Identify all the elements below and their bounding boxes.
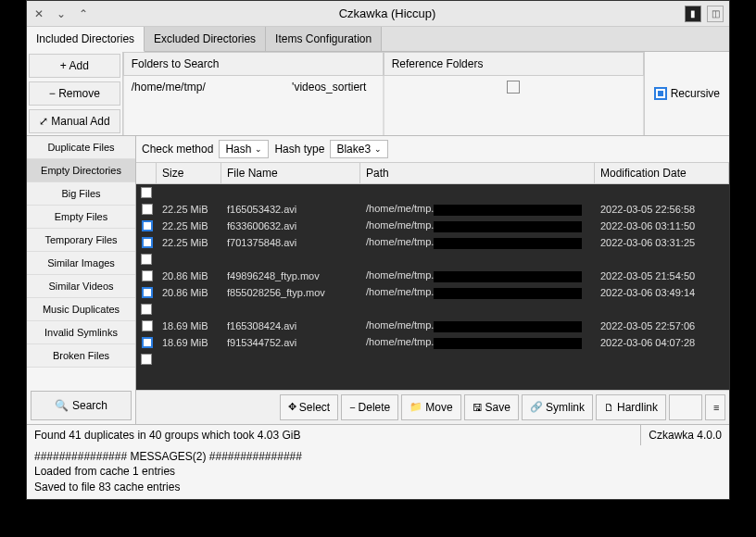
remove-button[interactable]: − Remove xyxy=(29,81,120,106)
recursive-label: Recursive xyxy=(671,87,720,100)
group-checkbox[interactable] xyxy=(141,354,152,365)
maximize-icon[interactable]: ⌃ xyxy=(77,7,90,20)
move-button[interactable]: 📁 Move xyxy=(401,394,460,420)
group-checkbox[interactable] xyxy=(141,304,152,315)
sidebar-item-empty-directories[interactable]: Empty Directories xyxy=(27,159,135,182)
sidebar-item-invalid-symlinks[interactable]: Invalid Symlinks xyxy=(27,321,135,344)
recursive-checkbox[interactable] xyxy=(654,87,667,100)
cell-path: /home/me/tmp. xyxy=(360,319,595,331)
symlink-button[interactable]: 🔗 Symlink xyxy=(522,394,593,420)
sidebar-item-broken-files[interactable]: Broken Files xyxy=(27,344,135,368)
reference-folders-header: Reference Folders xyxy=(384,52,644,76)
cell-date: 2022-03-06 03:31:25 xyxy=(595,237,729,248)
chevron-down-icon: ⌄ xyxy=(255,144,262,154)
folders-area: + Add − Remove ⤢ Manual Add Folders to S… xyxy=(27,52,729,136)
table-header: Size File Name Path Modification Date xyxy=(136,163,729,184)
table-row[interactable]: 22.25 MiBf165053432.avi/home/me/tmp.2022… xyxy=(136,201,729,218)
group-checkbox[interactable] xyxy=(141,187,152,198)
status-text: Found 41 duplicates in 40 groups which t… xyxy=(27,425,641,445)
check-method-dropdown[interactable]: Hash⌄ xyxy=(219,140,269,158)
folder-path-cell[interactable]: /home/me/tmp/ 'videos_sortiert xyxy=(123,76,384,135)
cell-path: /home/me/tmp. xyxy=(360,203,595,215)
messages-panel: ############### MESSAGES(2) ############… xyxy=(27,445,729,499)
table-row[interactable]: 22.25 MiBf701375848.avi/home/me/tmp.2022… xyxy=(136,234,729,251)
table-row[interactable]: 18.69 MiBf165308424.avi/home/me/tmp.2022… xyxy=(136,318,729,334)
row-checkbox[interactable] xyxy=(142,220,153,231)
check-method-row: Check method Hash⌄ Hash type Blake3⌄ xyxy=(136,136,729,163)
manual-add-button[interactable]: ⤢ Manual Add xyxy=(29,109,120,133)
config-tabs: Included Directories Excluded Directorie… xyxy=(27,27,729,52)
cell-size: 18.69 MiB xyxy=(157,320,221,331)
hardlink-button[interactable]: 🗋 Hardlink xyxy=(596,394,666,420)
sidebar-item-similar-images[interactable]: Similar Images xyxy=(27,252,135,275)
delete-button[interactable]: − Delete xyxy=(341,394,398,420)
cell-date: 2022-03-06 03:49:14 xyxy=(595,287,729,298)
select-button[interactable]: ✥ Select xyxy=(280,394,338,420)
popup-icon[interactable]: ◫ xyxy=(707,6,724,22)
thumbnail-button[interactable] xyxy=(669,394,702,420)
version-text: Czkawka 4.0.0 xyxy=(641,425,729,445)
cell-name: f165308424.avi xyxy=(221,320,360,331)
table-row[interactable]: 22.25 MiBf633600632.avi/home/me/tmp.2022… xyxy=(136,218,729,234)
cell-path: /home/me/tmp. xyxy=(360,336,595,348)
tab-items-config[interactable]: Items Configuration xyxy=(266,27,382,51)
cell-size: 20.86 MiB xyxy=(157,287,221,298)
row-checkbox[interactable] xyxy=(142,204,153,215)
col-name[interactable]: File Name xyxy=(221,163,360,183)
app-window: ✕ ⌄ ⌃ Czkawka (Hiccup) ▮ ◫ Included Dire… xyxy=(26,0,730,500)
save-button[interactable]: 🖫 Save xyxy=(464,394,519,420)
check-method-label: Check method xyxy=(142,143,213,156)
window-title: Czkawka (Hiccup) xyxy=(90,6,685,20)
app-icon[interactable]: ▮ xyxy=(685,6,701,22)
table-row[interactable]: 20.86 MiBf855028256_ftyp.mov/home/me/tmp… xyxy=(136,284,729,301)
titlebar: ✕ ⌄ ⌃ Czkawka (Hiccup) ▮ ◫ xyxy=(27,1,729,27)
table-row[interactable]: 18.69 MiBf915344752.avi/home/me/tmp.2022… xyxy=(136,334,729,351)
cell-date: 2022-03-06 04:07:28 xyxy=(595,337,729,348)
cell-size: 18.69 MiB xyxy=(157,337,221,348)
row-checkbox[interactable] xyxy=(142,287,153,298)
sidebar-item-empty-files[interactable]: Empty Files xyxy=(27,206,135,229)
row-checkbox[interactable] xyxy=(142,270,153,281)
cell-path: /home/me/tmp. xyxy=(360,236,595,248)
cell-path: /home/me/tmp. xyxy=(360,269,595,281)
sidebar: Duplicate FilesEmpty DirectoriesBig File… xyxy=(27,136,136,424)
row-checkbox[interactable] xyxy=(142,337,153,348)
sidebar-item-duplicate-files[interactable]: Duplicate Files xyxy=(27,136,135,159)
col-path[interactable]: Path xyxy=(360,163,595,183)
sidebar-item-big-files[interactable]: Big Files xyxy=(27,182,135,206)
cell-size: 20.86 MiB xyxy=(157,270,221,281)
cell-name: f701375848.avi xyxy=(221,237,360,248)
search-icon: 🔍 xyxy=(55,399,69,412)
group-checkbox[interactable] xyxy=(141,254,152,265)
menu-button[interactable]: ≡ xyxy=(705,394,725,420)
cell-size: 22.25 MiB xyxy=(157,204,221,215)
cell-path: /home/me/tmp. xyxy=(360,219,595,231)
search-button[interactable]: 🔍Search xyxy=(31,391,132,420)
table-row[interactable]: 20.86 MiBf49896248_ftyp.mov/home/me/tmp.… xyxy=(136,268,729,284)
folders-search-header: Folders to Search xyxy=(123,52,384,76)
sidebar-item-music-duplicates[interactable]: Music Duplicates xyxy=(27,298,135,321)
close-icon[interactable]: ✕ xyxy=(32,7,45,20)
add-button[interactable]: + Add xyxy=(29,54,120,78)
hash-type-dropdown[interactable]: Blake3⌄ xyxy=(330,140,388,158)
results-table[interactable]: 22.25 MiBf165053432.avi/home/me/tmp.2022… xyxy=(136,184,729,390)
sidebar-item-similar-videos[interactable]: Similar Videos xyxy=(27,275,135,298)
sidebar-item-temporary-files[interactable]: Temporary Files xyxy=(27,229,135,252)
tab-included-dirs[interactable]: Included Directories xyxy=(27,27,145,52)
cell-name: f49896248_ftyp.mov xyxy=(221,270,360,281)
action-bar: ✥ Select − Delete 📁 Move 🖫 Save 🔗 Symlin… xyxy=(136,390,729,424)
hash-type-label: Hash type xyxy=(274,143,324,156)
col-date[interactable]: Modification Date xyxy=(595,163,729,183)
tab-excluded-dirs[interactable]: Excluded Directories xyxy=(145,27,266,51)
chevron-down-icon: ⌄ xyxy=(374,144,382,154)
cell-date: 2022-03-05 22:56:58 xyxy=(595,204,729,215)
col-size[interactable]: Size xyxy=(157,163,221,183)
reference-checkbox[interactable] xyxy=(507,81,520,94)
row-checkbox[interactable] xyxy=(142,237,153,248)
cell-name: f633600632.avi xyxy=(221,220,360,231)
minimize-icon[interactable]: ⌄ xyxy=(55,7,68,20)
row-checkbox[interactable] xyxy=(142,320,153,331)
cell-size: 22.25 MiB xyxy=(157,220,221,231)
cell-name: f165053432.avi xyxy=(221,204,360,215)
statusbar: Found 41 duplicates in 40 groups which t… xyxy=(27,424,729,445)
